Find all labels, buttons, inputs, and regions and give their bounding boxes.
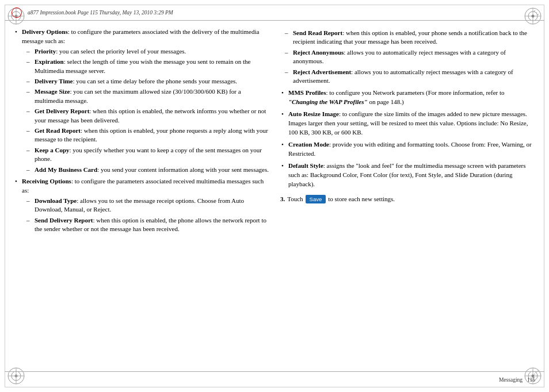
mms-profiles-title: MMS Profiles bbox=[288, 89, 326, 96]
receiving-options-title: Receiving Options bbox=[22, 178, 71, 185]
right-column: Send Read Report: when this option is en… bbox=[280, 25, 535, 367]
bullet-delivery-options: Delivery Options: to configure the param… bbox=[14, 28, 269, 174]
bullet-creation-mode: Creation Mode: provide you with editing … bbox=[280, 140, 535, 159]
left-column: Delivery Options: to configure the param… bbox=[14, 25, 269, 367]
default-style-desc: : assigns the "look and feel" for the mu… bbox=[288, 162, 526, 187]
page-header: a877 Impression.book Page 115 Thursday, … bbox=[5, 5, 544, 21]
default-style-title: Default Style bbox=[288, 162, 323, 169]
subitem-send-delivery-report: Send Delivery Report: when this option i… bbox=[25, 216, 269, 234]
header-text: a877 Impression.book Page 115 Thursday, … bbox=[28, 10, 537, 16]
mms-profiles-desc: : to configure you Network parameters (F… bbox=[326, 89, 504, 96]
subitem-priority: Priority: you can select the priority le… bbox=[25, 47, 269, 56]
step-3-line: 3. Touch Save to store each new settings… bbox=[280, 195, 535, 203]
step-3-pre: Touch bbox=[287, 195, 303, 203]
save-button-label[interactable]: Save bbox=[306, 195, 326, 203]
bullet-auto-resize: Auto Resize Image: to configure the size… bbox=[280, 110, 535, 137]
subitem-download-type: Download Type: allows you to set the mes… bbox=[25, 197, 269, 214]
delivery-options-title: Delivery Options bbox=[22, 28, 68, 35]
bullet-receiving-options: Receiving Options: to configure the para… bbox=[14, 177, 269, 233]
mms-profiles-ref: "Changing the WAP Profiles" bbox=[288, 98, 368, 105]
subitem-message-size: Message Size: you can set the maximum al… bbox=[25, 87, 269, 105]
subitem-keep-copy: Keep a Copy: you specify whether you wan… bbox=[25, 146, 269, 164]
step-3-post: to store each new settings. bbox=[328, 195, 395, 203]
subitem-send-read-report: Send Read Report: when this option is en… bbox=[284, 29, 535, 47]
subitem-expiration: Expiration: select the length of time yo… bbox=[25, 57, 269, 75]
subitem-get-read-report: Get Read Report: when this option is ena… bbox=[25, 126, 269, 144]
page-footer: Messaging 115 bbox=[5, 371, 544, 387]
subitem-add-business-card: Add My Business Card: you send your cont… bbox=[25, 166, 269, 174]
bullet-mms-profiles: MMS Profiles: to configure you Network p… bbox=[280, 89, 535, 107]
creation-mode-title: Creation Mode bbox=[288, 141, 329, 148]
delivery-options-subitems: Priority: you can select the priority le… bbox=[22, 47, 269, 174]
subitem-delivery-time: Delivery Time: you can set a time delay … bbox=[25, 77, 269, 86]
bullet-default-style: Default Style: assigns the "look and fee… bbox=[280, 162, 535, 189]
subitem-reject-anonymous: Reject Anonymous: allows you to automati… bbox=[284, 48, 535, 66]
footer-page: 115 bbox=[527, 377, 535, 383]
subitem-reject-advertisement: Reject Advertisement: allows you to auto… bbox=[284, 68, 535, 86]
step-3-number: 3. bbox=[280, 195, 285, 203]
content-area: Delivery Options: to configure the param… bbox=[5, 21, 544, 371]
receiving-options-subitems: Download Type: allows you to set the mes… bbox=[22, 197, 269, 234]
footer-text: Messaging 115 bbox=[499, 377, 535, 383]
mms-profiles-desc2: on page 148.) bbox=[368, 98, 404, 105]
header-circle bbox=[12, 7, 22, 18]
continued-subitems: Send Read Report: when this option is en… bbox=[280, 29, 535, 85]
subitem-get-delivery-report: Get Delivery Report: when this option is… bbox=[25, 107, 269, 125]
footer-section: Messaging bbox=[499, 377, 523, 383]
auto-resize-title: Auto Resize Image bbox=[288, 110, 339, 117]
